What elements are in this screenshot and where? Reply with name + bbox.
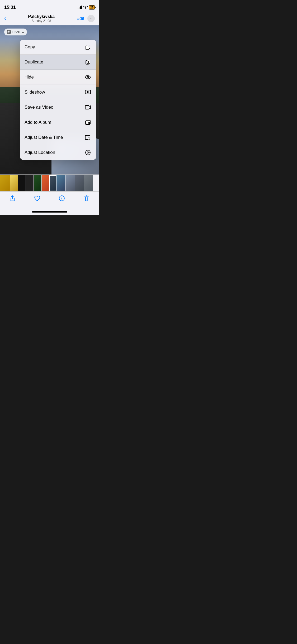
thumbnail[interactable] [10, 175, 18, 191]
thumbnail[interactable] [34, 175, 42, 191]
home-indicator [32, 211, 67, 213]
thumbnail[interactable] [66, 175, 75, 191]
menu-item-adjust-location[interactable]: Adjust Location [20, 145, 96, 160]
thumbnail[interactable] [0, 175, 10, 191]
wifi-icon [83, 6, 88, 9]
svg-rect-10 [85, 105, 89, 109]
more-button[interactable]: ··· [87, 15, 95, 22]
nav-actions: Edit ··· [77, 15, 95, 22]
nav-title: Palchykivska Sunday 21:08 [28, 14, 55, 23]
signal-icon [78, 6, 82, 9]
live-icon [7, 30, 11, 34]
film-strip [0, 174, 99, 191]
thumbnail[interactable] [84, 175, 93, 191]
menu-item-copy[interactable]: Copy [20, 40, 96, 55]
duplicate-icon [84, 58, 92, 66]
thumbnail[interactable] [56, 175, 66, 191]
live-chevron: ⌄ [21, 30, 24, 34]
thumbnail-selected[interactable] [49, 175, 56, 191]
menu-item-add-album[interactable]: Add to Album [20, 115, 96, 130]
album-icon [84, 119, 92, 126]
status-icons: 25 [78, 5, 95, 10]
share-button[interactable] [9, 195, 16, 202]
info-button[interactable] [58, 195, 65, 202]
status-time: 15:31 [4, 5, 16, 10]
edit-button[interactable]: Edit [77, 16, 84, 21]
thumbnail[interactable] [75, 175, 84, 191]
video-icon [84, 104, 92, 111]
status-bar: 15:31 25 [0, 0, 99, 12]
hide-icon [84, 73, 92, 81]
menu-item-slideshow[interactable]: Slideshow [20, 85, 96, 100]
menu-item-save-video[interactable]: Save as Video [20, 100, 96, 115]
nav-bar: ‹ Palchykivska Sunday 21:08 Edit ··· [0, 12, 99, 25]
slideshow-icon [84, 89, 92, 96]
svg-rect-1 [86, 46, 89, 50]
menu-item-adjust-datetime[interactable]: Adjust Date & Time [20, 130, 96, 145]
datetime-icon [84, 134, 92, 141]
menu-item-hide[interactable]: Hide [20, 70, 96, 85]
context-menu: Copy Duplicate Hide [20, 40, 96, 160]
svg-point-24 [87, 152, 89, 153]
delete-button[interactable] [83, 195, 90, 202]
menu-item-duplicate[interactable]: Duplicate [20, 55, 96, 70]
svg-marker-9 [87, 91, 89, 93]
live-label: LIVE [12, 30, 20, 34]
thumbnail[interactable] [42, 175, 49, 191]
thumbnail[interactable] [18, 175, 26, 191]
location-icon [84, 149, 92, 156]
live-button[interactable]: LIVE ⌄ [4, 29, 27, 35]
favorite-button[interactable] [34, 195, 41, 202]
back-button[interactable]: ‹ [4, 15, 6, 22]
svg-point-31 [62, 197, 62, 197]
thumbnail[interactable] [26, 175, 34, 191]
copy-icon [84, 43, 92, 51]
battery-indicator: 25 [89, 5, 95, 10]
